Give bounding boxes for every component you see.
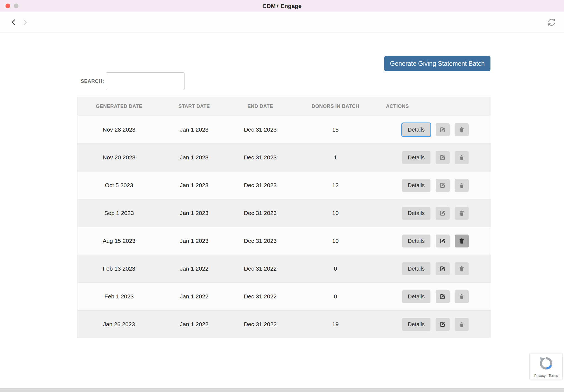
- delete-button[interactable]: [455, 235, 469, 247]
- trash-icon: [459, 210, 465, 216]
- edit-button[interactable]: [436, 151, 450, 164]
- table-row: Oct 5 2023 Jan 1 2023 Dec 31 2023 12 Det…: [77, 172, 491, 199]
- details-button[interactable]: Details: [402, 151, 430, 164]
- column-header-end-date: END DATE: [228, 97, 293, 116]
- search-input[interactable]: [106, 72, 185, 90]
- refresh-button[interactable]: [547, 18, 556, 27]
- edit-button[interactable]: [436, 290, 450, 303]
- close-button[interactable]: [6, 4, 10, 8]
- actions-cell: Details: [378, 144, 491, 172]
- edit-icon: [439, 238, 446, 244]
- edit-button[interactable]: [436, 262, 450, 275]
- delete-button[interactable]: [455, 123, 469, 136]
- end-date-cell: Dec 31 2023: [228, 199, 293, 227]
- recaptcha-links[interactable]: Privacy - Terms: [534, 374, 558, 378]
- generated-date-cell: Sep 1 2023: [77, 199, 161, 227]
- end-date-cell: Dec 31 2022: [228, 255, 293, 283]
- trash-icon: [459, 127, 465, 133]
- table-row: Sep 1 2023 Jan 1 2023 Dec 31 2023 10 Det…: [77, 199, 491, 227]
- details-button[interactable]: Details: [402, 290, 430, 303]
- edit-button[interactable]: [436, 318, 450, 331]
- table-header-row: GENERATED DATE START DATE END DATE DONOR…: [77, 97, 491, 116]
- table-row: Feb 13 2023 Jan 1 2022 Dec 31 2022 0 Det…: [77, 255, 491, 283]
- trash-icon: [459, 293, 465, 300]
- window-controls: [6, 0, 18, 12]
- generated-date-cell: Oct 5 2023: [77, 172, 161, 199]
- table-row: Jan 26 2023 Jan 1 2022 Dec 31 2022 19 De…: [77, 311, 491, 338]
- edit-button[interactable]: [436, 179, 450, 192]
- edit-button[interactable]: [436, 207, 450, 220]
- donors-in-batch-cell: 10: [293, 199, 378, 227]
- actions-cell: Details: [378, 255, 491, 283]
- edit-icon: [439, 182, 446, 189]
- start-date-cell: Jan 1 2022: [161, 283, 228, 311]
- column-header-donors-in-batch: DONORS IN BATCH: [293, 97, 378, 116]
- delete-button[interactable]: [455, 207, 469, 220]
- generated-date-cell: Feb 13 2023: [77, 255, 161, 283]
- table-row: Nov 28 2023 Jan 1 2023 Dec 31 2023 15 De…: [77, 116, 491, 144]
- start-date-cell: Jan 1 2023: [161, 172, 228, 199]
- edit-icon: [439, 265, 446, 272]
- end-date-cell: Dec 31 2022: [228, 311, 293, 338]
- search-label: SEARCH:: [79, 72, 104, 90]
- trash-icon: [459, 238, 465, 244]
- donors-in-batch-cell: 0: [293, 255, 378, 283]
- donors-in-batch-cell: 19: [293, 311, 378, 338]
- generated-date-cell: Nov 20 2023: [77, 144, 161, 172]
- window-title: CDM+ Engage: [262, 3, 302, 9]
- details-button[interactable]: Details: [402, 123, 430, 136]
- chevron-right-icon: [21, 18, 29, 26]
- chevron-left-icon: [9, 18, 18, 26]
- minimize-button[interactable]: [14, 4, 18, 8]
- column-header-actions: ACTIONS: [378, 97, 491, 116]
- details-button[interactable]: Details: [402, 262, 430, 275]
- titlebar: CDM+ Engage: [0, 0, 564, 12]
- actions-cell: Details: [378, 116, 491, 144]
- trash-icon: [459, 154, 465, 161]
- generated-date-cell: Feb 1 2023: [77, 283, 161, 311]
- donors-in-batch-cell: 10: [293, 227, 378, 255]
- start-date-cell: Jan 1 2023: [161, 144, 228, 172]
- delete-button[interactable]: [455, 262, 469, 275]
- delete-button[interactable]: [455, 290, 469, 303]
- actions-cell: Details: [378, 283, 491, 311]
- app-window: CDM+ Engage Generate Giving Statement Ba…: [0, 0, 564, 392]
- end-date-cell: Dec 31 2023: [228, 144, 293, 172]
- start-date-cell: Jan 1 2023: [161, 116, 228, 144]
- details-button[interactable]: Details: [402, 207, 430, 220]
- actions-cell: Details: [378, 172, 491, 199]
- details-button[interactable]: Details: [402, 318, 430, 331]
- trash-icon: [459, 182, 465, 189]
- edit-icon: [439, 126, 446, 133]
- edit-icon: [439, 154, 446, 161]
- end-date-cell: Dec 31 2022: [228, 283, 293, 311]
- delete-button[interactable]: [455, 179, 469, 192]
- recaptcha-badge[interactable]: Privacy - Terms: [530, 353, 562, 380]
- edit-icon: [439, 293, 446, 300]
- trash-icon: [459, 321, 465, 328]
- bottom-strip: [0, 388, 564, 392]
- end-date-cell: Dec 31 2023: [228, 172, 293, 199]
- generated-date-cell: Jan 26 2023: [77, 311, 161, 338]
- start-date-cell: Jan 1 2022: [161, 255, 228, 283]
- donors-in-batch-cell: 0: [293, 283, 378, 311]
- table-row: Feb 1 2023 Jan 1 2022 Dec 31 2022 0 Deta…: [77, 283, 491, 311]
- table-row: Nov 20 2023 Jan 1 2023 Dec 31 2023 1 Det…: [77, 144, 491, 172]
- end-date-cell: Dec 31 2023: [228, 227, 293, 255]
- details-button[interactable]: Details: [402, 235, 430, 247]
- delete-button[interactable]: [455, 318, 469, 331]
- details-button[interactable]: Details: [402, 179, 430, 192]
- column-header-generated-date: GENERATED DATE: [77, 97, 161, 116]
- donors-in-batch-cell: 15: [293, 116, 378, 144]
- edit-icon: [439, 210, 446, 216]
- edit-button[interactable]: [436, 123, 450, 136]
- end-date-cell: Dec 31 2023: [228, 116, 293, 144]
- trash-icon: [459, 266, 465, 272]
- generate-batch-button[interactable]: Generate Giving Statement Batch: [384, 56, 490, 71]
- forward-button[interactable]: [21, 18, 29, 26]
- actions-cell: Details: [378, 227, 491, 255]
- donors-in-batch-cell: 12: [293, 172, 378, 199]
- edit-button[interactable]: [436, 235, 450, 247]
- delete-button[interactable]: [455, 151, 469, 164]
- back-button[interactable]: [9, 18, 18, 26]
